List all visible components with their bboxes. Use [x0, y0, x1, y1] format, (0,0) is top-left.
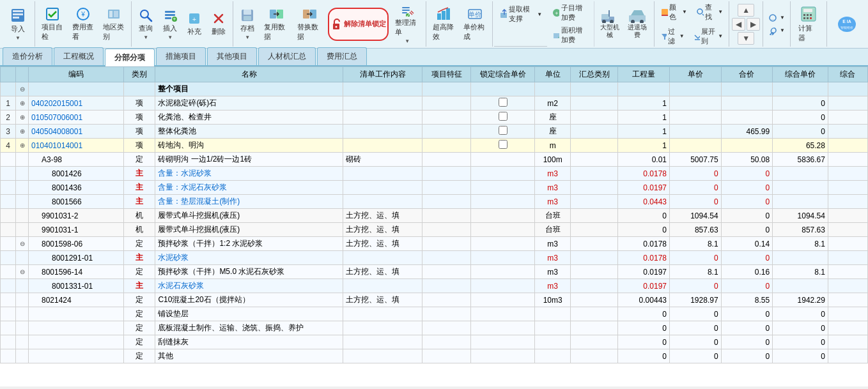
cell-expand[interactable] [16, 181, 29, 195]
cell-features [422, 223, 471, 237]
cell-expand[interactable] [16, 279, 29, 293]
cell-expand[interactable]: ⊖ [16, 237, 29, 251]
cell-comp-last [828, 96, 867, 111]
up-efficiency-btn[interactable]: 超高降效 [429, 3, 458, 46]
cell-expand[interactable] [16, 153, 29, 167]
expand-btn[interactable]: 展开到 ▼ [690, 25, 726, 48]
area-add-fee-btn[interactable]: + 面积增加费 [550, 24, 591, 46]
cell-lock[interactable] [470, 307, 534, 321]
cell-expand[interactable] [16, 223, 29, 237]
save-btn[interactable]: 存档 ▼ [236, 3, 259, 46]
cell-work-content [343, 96, 422, 111]
insert-btn[interactable]: + 插入 ▼ [159, 3, 182, 46]
cell-comp-unit-price: 1094.54 [773, 209, 828, 223]
cell-lock[interactable] [470, 237, 534, 251]
repeat-data-btn[interactable]: 复用数据 [260, 3, 292, 46]
tab-fee-summary[interactable]: 费用汇总 [317, 47, 367, 65]
cell-lock[interactable] [470, 82, 534, 96]
cell-lock[interactable] [470, 265, 534, 279]
find-btn[interactable]: 查找 ▼ [693, 1, 726, 24]
col-comp-header: 综合 [828, 67, 867, 82]
tools-btn[interactable]: ▼ [766, 25, 787, 36]
cell-work-content: 土方挖、运、填 [343, 237, 422, 251]
cell-unit [535, 307, 571, 321]
cell-lock[interactable] [470, 251, 534, 265]
cell-lock[interactable] [470, 181, 534, 195]
cell-lock[interactable] [470, 96, 534, 111]
cell-lock[interactable] [470, 349, 534, 363]
cell-expand[interactable]: ⊖ [16, 82, 29, 96]
cell-expand[interactable] [16, 293, 29, 307]
cell-expand[interactable] [16, 307, 29, 321]
cell-lock[interactable] [470, 125, 534, 139]
cell-lock[interactable] [470, 335, 534, 349]
fee-check-btn[interactable]: ¥ 费用查看 [68, 3, 98, 46]
query-btn[interactable]: 查询 ▼ [134, 3, 157, 46]
cell-lock[interactable] [470, 195, 534, 209]
color-btn[interactable]: 颜色 ▼ [657, 1, 690, 24]
cell-expand[interactable]: ⊕ [16, 96, 29, 111]
cell-code: 010507006001 [29, 111, 124, 125]
add-child-fee-btn[interactable]: + 子目增加费 [550, 2, 591, 24]
unlock-btn[interactable]: 解除清单锁定 [328, 8, 389, 41]
cell-type: 机 [123, 209, 155, 223]
cell-lock[interactable] [470, 153, 534, 167]
insert-arrow: ▼ [167, 34, 173, 40]
tab-labor-machine[interactable]: 人材机汇总 [258, 47, 316, 65]
import-arrow: ▼ [15, 35, 20, 41]
tab-measures-items[interactable]: 措施项目 [156, 47, 206, 65]
region-type-btn[interactable]: 地区类别 [99, 3, 128, 46]
table-row: 定底板混凝土制作、运输、浇筑、振捣、养护0000 [1, 321, 868, 335]
cell-lock[interactable] [470, 223, 534, 237]
fill-btn[interactable]: + 补充 [183, 3, 206, 46]
cell-lock[interactable] [470, 293, 534, 307]
lock-checkbox[interactable] [499, 112, 508, 121]
cell-comp-last [828, 167, 867, 181]
cell-lock[interactable] [470, 209, 534, 223]
cell-expand[interactable] [16, 335, 29, 349]
cell-expand[interactable]: ⊕ [16, 125, 29, 139]
delete-btn[interactable]: 删除 [207, 3, 230, 46]
lock-checkbox[interactable] [499, 126, 508, 135]
enter-exit-btn[interactable]: 进退场费 [624, 3, 649, 46]
cell-expand[interactable] [16, 209, 29, 223]
filter-btn[interactable]: 过滤 ▼ [657, 25, 688, 48]
cell-unit-price: 5007.75 [670, 153, 722, 167]
project-check-btn[interactable]: 项目自检 [38, 3, 67, 46]
cell-expand[interactable] [16, 349, 29, 363]
cell-lock[interactable] [470, 167, 534, 181]
cell-expand[interactable]: ⊕ [16, 111, 29, 125]
cell-lock[interactable] [470, 139, 534, 153]
nav-left-btn[interactable]: ◀ [732, 18, 745, 31]
nav-down-btn[interactable]: ▼ [738, 32, 754, 45]
lock-checkbox[interactable] [499, 98, 508, 107]
cell-expand[interactable] [16, 195, 29, 209]
nav-up-btn[interactable]: ▲ [738, 4, 754, 17]
table-row: 8021424定C10混凝土20石（搅拌站）土方挖、运、填10m30.00443… [1, 293, 868, 307]
clean-list-btn[interactable]: ✓ 整理清单 ▼ [391, 3, 423, 46]
large-machine-btn[interactable]: 大型机械 [597, 3, 623, 46]
cell-expand[interactable]: ⊖ [16, 265, 29, 279]
cell-work-content: 土方挖、运、填 [343, 265, 422, 279]
unit-price-btn[interactable]: 单价 单价构成 [460, 3, 489, 46]
smart-btn[interactable]: E IA 智能组价 智能组价 [831, 3, 863, 46]
tab-project-overview[interactable]: 工程概况 [54, 47, 104, 65]
tab-cost-analysis[interactable]: 造价分析 [3, 47, 52, 65]
cell-expand[interactable] [16, 321, 29, 335]
cell-expand[interactable] [16, 251, 29, 265]
calc-btn[interactable]: 计算器 [794, 3, 823, 46]
extract-support-btn[interactable]: 提取模支撑 ▼ [497, 3, 545, 26]
cell-lock[interactable] [470, 279, 534, 293]
cell-expand[interactable]: ⊕ [16, 139, 29, 153]
cell-expand[interactable] [16, 167, 29, 181]
tab-other-items[interactable]: 其他项目 [207, 47, 257, 65]
cell-lock[interactable] [470, 321, 534, 335]
cell-total-price: 0 [721, 195, 773, 209]
lock-checkbox[interactable] [499, 140, 508, 149]
tab-parts-items[interactable]: 分部分项 [105, 49, 155, 66]
replace-data-btn[interactable]: 替换数据 [293, 3, 325, 46]
import-btn[interactable]: 导入 ▼ [4, 3, 32, 46]
cell-lock[interactable] [470, 111, 534, 125]
nav-right-btn[interactable]: ▶ [747, 18, 760, 31]
other-btn[interactable]: ... ▼ [766, 12, 787, 24]
